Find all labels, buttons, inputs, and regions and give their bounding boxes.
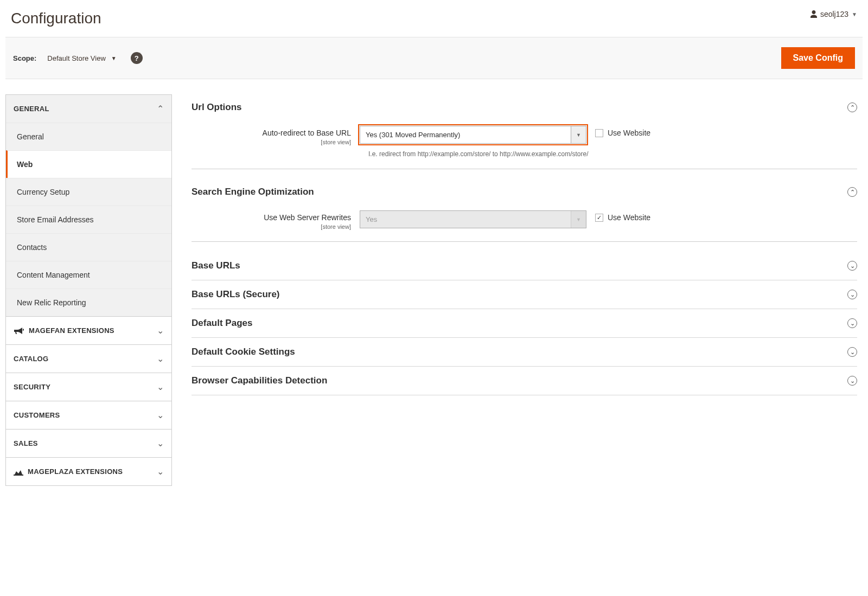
- sidebar-group-mageplaza[interactable]: MAGEPLAZA EXTENSIONS ⌄: [6, 458, 171, 485]
- group-title: GENERAL: [14, 105, 49, 113]
- save-config-button[interactable]: Save Config: [781, 47, 855, 69]
- chevron-down-icon: ⌄: [157, 410, 164, 420]
- sidebar-group-magefan[interactable]: MAGEFAN EXTENSIONS ⌄: [6, 317, 171, 344]
- sidebar-group-customers[interactable]: CUSTOMERS ⌄: [6, 401, 171, 429]
- user-icon: [809, 10, 818, 18]
- sidebar: GENERAL ⌃ General Web Currency Setup Sto…: [5, 94, 172, 486]
- page-title: Configuration: [11, 10, 101, 27]
- sidebar-item-web[interactable]: Web: [6, 150, 171, 178]
- group-title: MAGEPLAZA EXTENSIONS: [28, 467, 123, 476]
- section-title: Browser Capabilities Detection: [192, 375, 327, 386]
- megaphone-icon: [14, 326, 24, 335]
- collapse-up-icon: ⌃: [847, 102, 857, 112]
- use-website-label: Use Website: [608, 213, 650, 222]
- section-title: Search Engine Optimization: [192, 187, 314, 197]
- group-title: CUSTOMERS: [14, 411, 60, 419]
- chevron-down-icon: ▼: [571, 211, 586, 228]
- help-icon[interactable]: ?: [131, 52, 143, 64]
- field-label: Auto-redirect to Base URL: [192, 129, 351, 137]
- sidebar-item-store-email[interactable]: Store Email Addresses: [6, 206, 171, 233]
- scope-hint: [store view]: [321, 139, 351, 145]
- chevron-down-icon: ⌄: [157, 325, 164, 336]
- expand-down-icon: ⌄: [847, 376, 857, 386]
- select-value: Yes (301 Moved Permanently): [366, 131, 460, 139]
- chevron-down-icon: ▼: [852, 11, 857, 17]
- group-title: SECURITY: [14, 383, 50, 391]
- section-title: Default Pages: [192, 318, 252, 329]
- section-base-urls-secure[interactable]: Base URLs (Secure) ⌄: [192, 280, 857, 309]
- sidebar-item-contacts[interactable]: Contacts: [6, 233, 171, 261]
- mageplaza-icon: [14, 468, 23, 476]
- auto-redirect-select[interactable]: Yes (301 Moved Permanently) ▼: [360, 126, 586, 144]
- section-seo[interactable]: Search Engine Optimization ⌃: [192, 179, 857, 205]
- group-title: SALES: [14, 439, 38, 447]
- user-name: seolj123: [820, 10, 848, 18]
- chevron-down-icon: ⌄: [157, 354, 164, 364]
- scope-value: Default Store View: [47, 54, 105, 62]
- chevron-down-icon: ▼: [571, 126, 586, 143]
- use-website-label: Use Website: [608, 129, 650, 137]
- scope-label: Scope:: [13, 54, 36, 62]
- section-default-cookie[interactable]: Default Cookie Settings ⌄: [192, 338, 857, 366]
- expand-down-icon: ⌄: [847, 261, 857, 271]
- field-label: Use Web Server Rewrites: [192, 213, 351, 222]
- sidebar-item-currency[interactable]: Currency Setup: [6, 178, 171, 206]
- use-website-checkbox[interactable]: ✓: [595, 214, 603, 222]
- group-title: MAGEFAN EXTENSIONS: [29, 326, 114, 335]
- sidebar-group-security[interactable]: SECURITY ⌄: [6, 373, 171, 401]
- sidebar-item-general[interactable]: General: [6, 123, 171, 150]
- chevron-down-icon: ⌄: [157, 382, 164, 392]
- chevron-up-icon: ⌃: [157, 104, 164, 114]
- expand-down-icon: ⌄: [847, 290, 857, 299]
- section-default-pages[interactable]: Default Pages ⌄: [192, 309, 857, 337]
- scope-hint: [store view]: [321, 223, 351, 230]
- section-url-options[interactable]: Url Options ⌃: [192, 94, 857, 120]
- field-note: I.e. redirect from http://example.com/st…: [192, 150, 857, 158]
- sidebar-item-new-relic[interactable]: New Relic Reporting: [6, 289, 171, 316]
- section-title: Default Cookie Settings: [192, 347, 295, 357]
- use-website-checkbox[interactable]: [595, 129, 603, 137]
- section-title: Url Options: [192, 102, 242, 113]
- chevron-down-icon: ⌄: [157, 466, 164, 477]
- sidebar-group-sales[interactable]: SALES ⌄: [6, 430, 171, 457]
- sidebar-group-catalog[interactable]: CATALOG ⌄: [6, 345, 171, 373]
- sidebar-item-content-mgmt[interactable]: Content Management: [6, 261, 171, 289]
- select-value: Yes: [366, 215, 377, 223]
- chevron-down-icon: ⌄: [157, 438, 164, 448]
- sidebar-group-general[interactable]: GENERAL ⌃: [6, 95, 171, 123]
- section-title: Base URLs (Secure): [192, 289, 280, 300]
- user-menu[interactable]: seolj123 ▼: [809, 10, 857, 18]
- collapse-up-icon: ⌃: [847, 187, 857, 197]
- section-base-urls[interactable]: Base URLs ⌄: [192, 252, 857, 280]
- scope-select[interactable]: Default Store View ▼: [47, 54, 116, 62]
- expand-down-icon: ⌄: [847, 318, 857, 328]
- group-title: CATALOG: [14, 355, 48, 363]
- section-browser-caps[interactable]: Browser Capabilities Detection ⌄: [192, 367, 857, 395]
- web-server-rewrites-select: Yes ▼: [360, 210, 586, 228]
- chevron-down-icon: ▼: [111, 55, 117, 61]
- expand-down-icon: ⌄: [847, 347, 857, 357]
- section-title: Base URLs: [192, 260, 240, 271]
